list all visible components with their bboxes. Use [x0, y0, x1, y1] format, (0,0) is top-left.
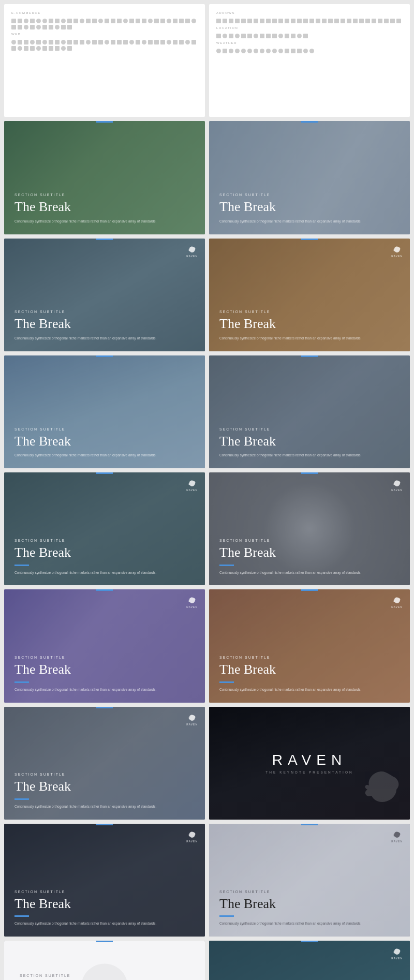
icon-grid-arrows [216, 19, 403, 23]
slide-subtitle: SECTION SUBTITLE [219, 539, 400, 542]
icon-dot [105, 40, 109, 44]
icon-dot [216, 34, 221, 38]
icon-dot [229, 34, 233, 38]
icon-section-label-weather: Weather [216, 41, 403, 44]
icon-dot [322, 19, 327, 23]
slide-subtitle: SECTION SUBTITLE [14, 427, 195, 431]
icon-dot [11, 19, 16, 23]
icon-dot [241, 19, 246, 23]
slide-white-clean: SECTION SUBTITLE The Break Continuously … [4, 941, 205, 980]
icon-dot [36, 19, 41, 23]
icon-dot [86, 19, 91, 23]
icon-dot [173, 19, 178, 23]
raven-big-title: RAVEN [272, 752, 347, 768]
slide-title: The Break [219, 434, 400, 449]
icon-dot [235, 49, 240, 53]
icon-dot [266, 19, 271, 23]
icon-dot [247, 19, 252, 23]
slide-title: The Break [14, 779, 195, 794]
icon-dot [67, 46, 72, 51]
icon-dot [254, 19, 258, 23]
slide-subtitle: SECTION SUBTITLE [219, 310, 400, 314]
icon-dot [179, 19, 184, 23]
icon-dot [11, 46, 16, 51]
icon-dot [260, 49, 264, 53]
icon-dot [328, 19, 333, 23]
icon-dot [148, 40, 153, 44]
icon-dot [49, 19, 53, 23]
icon-dot [191, 40, 196, 44]
icon-dot [334, 19, 339, 23]
slide-subtitle: SECTION SUBTITLE [20, 974, 71, 977]
icon-dot [285, 49, 289, 53]
slide-desc: Continuously synthesize orthogonal niche… [219, 453, 373, 458]
icon-dot [36, 46, 41, 51]
icon-dot [30, 25, 35, 29]
accent-bar [219, 565, 234, 566]
icon-dot [80, 19, 84, 23]
icon-dot [291, 49, 295, 53]
icon-dot [260, 34, 264, 38]
icon-dot [185, 19, 190, 23]
icon-dot [111, 40, 115, 44]
icon-dot [167, 40, 171, 44]
icon-dot [291, 34, 295, 38]
icon-dot [67, 25, 72, 29]
icon-dot [92, 19, 97, 23]
icon-dot [49, 46, 53, 51]
slide-title: The Break [14, 434, 195, 449]
icon-dot [142, 40, 146, 44]
icon-dot [353, 19, 358, 23]
slide-desc: Continuously synthesize orthogonal niche… [219, 219, 373, 224]
accent-bar [14, 915, 29, 917]
icon-dot [55, 40, 60, 44]
icon-dot [185, 40, 190, 44]
icon-dot [241, 34, 246, 38]
icon-dot [365, 19, 370, 23]
slide-keyboard: RAVEN SECTION SUBTITLE The Break Continu… [209, 824, 410, 937]
icon-dot [142, 19, 146, 23]
icon-dot [61, 46, 66, 51]
icon-dot [11, 40, 16, 44]
icon-dot [117, 40, 122, 44]
slide-title: The Break [219, 200, 400, 215]
icon-dot [285, 34, 289, 38]
slide-content: SECTION SUBTITLE The Break Continuously … [4, 824, 205, 937]
icon-dot [278, 19, 283, 23]
icon-dot [223, 19, 227, 23]
slide-content: SECTION SUBTITLE The Break Continuously … [209, 355, 410, 468]
icon-dot [254, 49, 258, 53]
icon-dot [309, 49, 314, 53]
slide-laptop: RAVEN SECTION SUBTITLE The Break Continu… [4, 239, 205, 351]
icon-sheet-arrows: Arrows Location Weather [209, 4, 410, 117]
icon-dot [73, 19, 78, 23]
slide-subtitle: SECTION SUBTITLE [14, 539, 195, 542]
icon-dot [390, 19, 395, 23]
icon-section-label-location: Location [216, 26, 403, 29]
icon-section-label-web: Web [11, 33, 198, 36]
icon-dot [49, 40, 53, 44]
icon-section-label-arrows: Arrows [216, 11, 403, 14]
slide-content: SECTION SUBTITLE The Break Continuously … [4, 355, 205, 468]
slide-content: SECTION SUBTITLE The Break Continuously … [4, 239, 205, 351]
slide-woman: RAVEN SECTION SUBTITLE The Break Continu… [4, 589, 205, 702]
icon-dot [396, 19, 401, 23]
icon-dot [61, 19, 66, 23]
icon-dot [384, 19, 389, 23]
icon-dot [278, 49, 283, 53]
icon-dot [55, 46, 60, 51]
slide-subtitle: SECTION SUBTITLE [219, 427, 400, 431]
icon-dot [30, 19, 35, 23]
slide-title: The Break [219, 545, 400, 560]
slide-desc: Continuously synthesize orthogonal niche… [219, 921, 373, 926]
icon-dot [136, 19, 140, 23]
slide-raven-title: RAVEN THE KEYNOTE PRESENTATION [209, 707, 410, 820]
icon-dot [154, 19, 159, 23]
icon-dot [303, 49, 308, 53]
icon-dot [105, 19, 109, 23]
icon-grid-weather [216, 49, 403, 53]
slide-desc: Continuously synthesize orthogonal niche… [14, 804, 168, 809]
icon-dot [55, 19, 60, 23]
icon-dot [235, 34, 240, 38]
icon-dot [223, 49, 227, 53]
